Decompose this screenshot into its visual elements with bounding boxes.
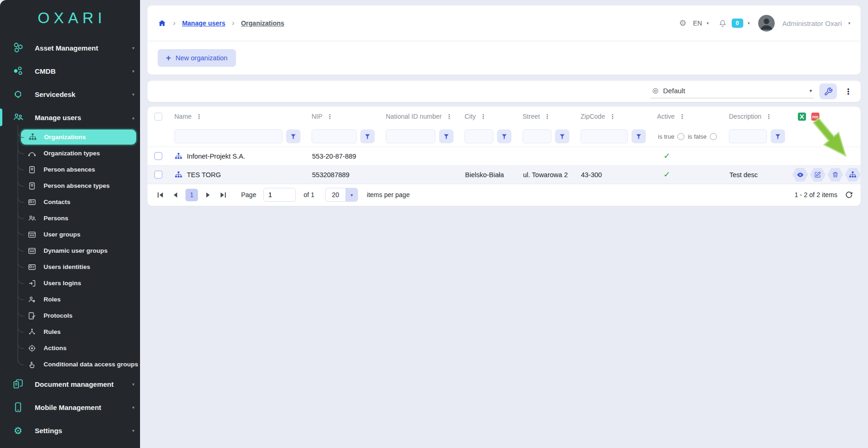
caret-down-icon[interactable]: ▾ bbox=[748, 21, 750, 26]
active-check-icon: ✓ bbox=[651, 170, 723, 179]
sidebar-item-cmdb[interactable]: CMDB ▾ bbox=[0, 59, 140, 83]
column-menu-icon[interactable]: ⋮ bbox=[480, 113, 486, 120]
sidebar-item-organizations[interactable]: Organizations bbox=[19, 129, 140, 145]
sidebar-item-settings[interactable]: ⚙ Settings ▾ bbox=[0, 419, 140, 442]
column-header-national-id[interactable]: National ID number bbox=[386, 113, 442, 120]
first-page-button[interactable] bbox=[155, 189, 166, 200]
page-number-input[interactable] bbox=[263, 188, 296, 202]
sidebar-item-actions[interactable]: Actions bbox=[19, 340, 140, 356]
city-filter-button[interactable] bbox=[497, 129, 511, 143]
view-selector-dropdown[interactable]: ◎ Default ▾ bbox=[651, 84, 814, 98]
description-filter-button[interactable] bbox=[771, 129, 785, 143]
refresh-icon[interactable] bbox=[845, 191, 853, 199]
next-page-button[interactable] bbox=[202, 189, 213, 200]
hierarchy-button[interactable] bbox=[845, 168, 861, 182]
sidebar-item-roles[interactable]: Roles bbox=[19, 291, 140, 307]
sidebar-item-organization-types[interactable]: Organization types bbox=[19, 145, 140, 161]
sidebar-item-label: Document management bbox=[35, 380, 114, 388]
caret-down-icon[interactable]: ▾ bbox=[848, 21, 850, 26]
description-filter-input[interactable] bbox=[729, 129, 767, 143]
nip-filter-input[interactable] bbox=[312, 129, 357, 143]
row-checkbox[interactable] bbox=[154, 171, 162, 179]
sidebar-item-document-management[interactable]: Document management ▾ bbox=[0, 372, 140, 396]
funnel-icon bbox=[443, 133, 450, 140]
delete-button[interactable] bbox=[828, 168, 843, 182]
sidebar-item-persons[interactable]: Persons bbox=[19, 210, 140, 226]
edit-button[interactable] bbox=[810, 168, 826, 182]
column-header-nip[interactable]: NIP bbox=[312, 113, 322, 120]
current-page-button[interactable]: 1 bbox=[185, 189, 198, 201]
table-row[interactable]: TES TORG 5532087889 Bielsko-Biała ul. To… bbox=[147, 165, 861, 184]
cmdb-icon bbox=[12, 65, 24, 77]
sidebar-item-dynamic-user-groups[interactable]: Dynamic user groups bbox=[19, 243, 140, 259]
grid-settings-button[interactable] bbox=[819, 83, 837, 99]
column-menu-icon[interactable]: ⋮ bbox=[766, 113, 772, 120]
caret-down-icon[interactable]: ▾ bbox=[707, 21, 709, 26]
new-organization-button[interactable]: + New organization bbox=[158, 49, 236, 67]
column-menu-icon[interactable]: ⋮ bbox=[679, 113, 685, 120]
column-menu-icon[interactable]: ⋮ bbox=[326, 113, 333, 120]
last-page-button[interactable] bbox=[217, 189, 229, 200]
previous-page-button[interactable] bbox=[170, 189, 181, 200]
toolbar-kebab-menu[interactable]: ⋮ bbox=[842, 87, 854, 96]
sidebar-item-conditional-data-access-groups[interactable]: Conditional data access groups bbox=[19, 356, 140, 372]
organization-name[interactable]: Infonet-Projekt S.A. bbox=[187, 153, 245, 160]
column-header-street[interactable]: Street bbox=[523, 113, 540, 120]
column-header-active[interactable]: Active bbox=[657, 113, 675, 120]
export-pdf-icon[interactable] bbox=[811, 112, 820, 122]
is-false-radio[interactable] bbox=[710, 133, 717, 140]
sidebar-item-person-absence-types[interactable]: Person absence types bbox=[19, 178, 140, 194]
column-menu-icon[interactable]: ⋮ bbox=[544, 113, 550, 120]
name-filter-button[interactable] bbox=[286, 129, 300, 143]
settings-gear-icon[interactable]: ⚙ bbox=[679, 18, 686, 28]
table-row[interactable]: Infonet-Projekt S.A. 553-20-87-889 ✓ bbox=[147, 147, 861, 165]
sidebar-item-contacts[interactable]: Contacts bbox=[19, 194, 140, 210]
chevron-down-icon: ▾ bbox=[132, 69, 134, 74]
breadcrumb-link-manage-users[interactable]: Manage users bbox=[182, 19, 225, 27]
column-header-zipcode[interactable]: ZipCode bbox=[581, 113, 605, 120]
persons-icon bbox=[28, 214, 36, 223]
sidebar-item-label: CMDB bbox=[35, 67, 56, 75]
sidebar-item-mobile-management[interactable]: Mobile Management ▾ bbox=[0, 396, 140, 419]
sidebar-item-user-groups[interactable]: User groups bbox=[19, 226, 140, 243]
sidebar-item-person-absences[interactable]: Person absences bbox=[19, 161, 140, 178]
view-button[interactable] bbox=[792, 168, 808, 182]
national-id-filter-button[interactable] bbox=[439, 129, 453, 143]
nip-filter-button[interactable] bbox=[360, 129, 375, 143]
column-header-name[interactable]: Name bbox=[174, 113, 191, 120]
sidebar-item-asset-management[interactable]: Asset Management ▾ bbox=[0, 36, 140, 59]
organization-name[interactable]: TES TORG bbox=[187, 171, 221, 179]
sidebar-item-label: Organization types bbox=[44, 150, 100, 157]
bell-icon[interactable] bbox=[718, 19, 727, 28]
select-all-checkbox[interactable] bbox=[154, 113, 162, 121]
row-checkbox[interactable] bbox=[154, 152, 162, 160]
street-filter-input[interactable] bbox=[523, 129, 551, 143]
export-excel-icon[interactable] bbox=[797, 112, 807, 122]
city-filter-input[interactable] bbox=[465, 129, 493, 143]
avatar[interactable] bbox=[758, 15, 775, 32]
sidebar-item-users-logins[interactable]: Users logins bbox=[19, 275, 140, 291]
sidebar-item-users-identities[interactable]: Users identities bbox=[19, 259, 140, 275]
home-icon[interactable] bbox=[158, 19, 166, 28]
national-id-filter-input[interactable] bbox=[386, 129, 435, 143]
column-header-description[interactable]: Description bbox=[729, 113, 761, 120]
column-header-city[interactable]: City bbox=[465, 113, 476, 120]
street-filter-button[interactable] bbox=[555, 129, 569, 143]
name-filter-input[interactable] bbox=[174, 129, 282, 143]
page-size-select[interactable]: 20 ▾ bbox=[325, 188, 358, 202]
notifications-badge[interactable]: 0 bbox=[732, 19, 743, 28]
column-menu-icon[interactable]: ⋮ bbox=[196, 113, 202, 120]
column-menu-icon[interactable]: ⋮ bbox=[609, 113, 616, 120]
sidebar-item-servicedesk[interactable]: Servicedesk ▾ bbox=[0, 83, 140, 106]
sidebar-item-label: Manage users bbox=[35, 114, 81, 122]
column-menu-icon[interactable]: ⋮ bbox=[446, 113, 453, 120]
is-true-radio[interactable] bbox=[677, 133, 684, 140]
sidebar-item-rules[interactable]: Rules bbox=[19, 324, 140, 340]
sidebar-item-protocols[interactable]: Protocols bbox=[19, 307, 140, 324]
zipcode-filter-input[interactable] bbox=[581, 129, 628, 143]
role-key-icon bbox=[28, 295, 36, 304]
chevron-down-icon: ▾ bbox=[132, 405, 134, 410]
zipcode-filter-button[interactable] bbox=[632, 129, 646, 143]
language-selector[interactable]: EN bbox=[693, 19, 702, 27]
cell-zipcode: 43-300 bbox=[575, 171, 651, 179]
